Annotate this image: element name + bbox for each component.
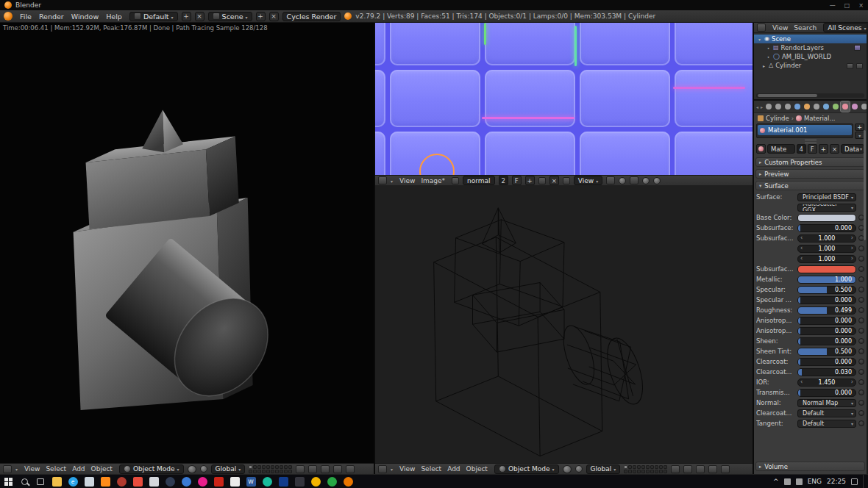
unlink-image-button[interactable]: × <box>549 176 559 185</box>
manipulator-icon[interactable] <box>721 465 730 473</box>
menu-item[interactable]: Object <box>463 465 491 473</box>
scene-selector[interactable]: Scene <box>208 12 252 21</box>
driver-dot-icon[interactable] <box>858 245 864 251</box>
property-widget[interactable] <box>797 214 856 222</box>
close-button[interactable]: × <box>858 2 864 9</box>
uv-color-icon[interactable] <box>642 177 650 184</box>
property-widget[interactable]: 1.450 <box>797 378 856 387</box>
pivot-center-icon[interactable] <box>200 465 207 473</box>
pack-image-icon[interactable] <box>538 177 546 184</box>
mode-selector[interactable]: Object Mode <box>494 464 559 474</box>
driver-dot-icon[interactable] <box>858 256 864 262</box>
property-widget[interactable]: 0.000 <box>797 358 856 366</box>
expand-toggle-icon[interactable]: • <box>766 46 771 51</box>
properties-tab[interactable] <box>793 101 802 112</box>
render-opengl-icon[interactable] <box>333 465 342 473</box>
browse-material-button[interactable] <box>756 144 766 154</box>
volume-icon[interactable] <box>796 478 803 485</box>
wireframe-viewport[interactable] <box>375 185 753 463</box>
taskbar-app-icon[interactable] <box>49 475 65 488</box>
menu-item[interactable]: View <box>21 465 43 473</box>
taskbar-app-icon[interactable] <box>324 475 340 488</box>
data-link-selector[interactable]: Data <box>841 144 864 154</box>
task-view-button[interactable] <box>32 475 49 488</box>
taskbar-app-icon[interactable] <box>146 475 162 488</box>
properties-tab[interactable] <box>831 101 840 112</box>
driver-dot-icon[interactable] <box>858 287 864 293</box>
screen-layout-selector[interactable]: Default <box>129 12 178 21</box>
browse-image-icon[interactable] <box>452 177 459 184</box>
mode-selector[interactable]: Object Mode <box>119 464 184 474</box>
layers-widget[interactable] <box>249 465 292 473</box>
image-users-count[interactable]: 2 <box>499 176 508 185</box>
driver-dot-icon[interactable] <box>858 400 864 406</box>
property-widget[interactable]: 0.000 <box>797 317 856 325</box>
expand-toggle-icon[interactable]: ▸ <box>761 63 766 68</box>
minimize-button[interactable]: — <box>830 2 836 9</box>
render-result-icon[interactable] <box>854 45 861 51</box>
viewport-shading-icon[interactable] <box>563 465 572 473</box>
property-widget[interactable]: 1.000 <box>797 255 856 263</box>
pivot-center-icon[interactable] <box>575 465 583 473</box>
menu-item[interactable]: Object <box>88 465 115 473</box>
editor-type-icon[interactable] <box>757 24 766 32</box>
taskbar-app-icon[interactable] <box>129 475 146 488</box>
driver-dot-icon[interactable] <box>858 307 864 313</box>
snap-element-icon[interactable] <box>696 465 705 473</box>
uv-image-editor[interactable] <box>375 23 753 175</box>
fake-user-button[interactable]: F <box>808 144 817 154</box>
tabs-forward-icon[interactable]: ▸ <box>760 104 764 110</box>
taskbar-app-icon[interactable] <box>259 475 275 488</box>
property-widget[interactable]: 1.000 <box>797 234 856 243</box>
property-widget[interactable]: 1.000 <box>797 276 856 284</box>
expand-toggle-icon[interactable]: • <box>766 54 771 60</box>
driver-dot-icon[interactable] <box>858 338 864 344</box>
display-filter-selector[interactable]: All Scenes <box>823 23 867 32</box>
scrollbar[interactable] <box>864 130 866 240</box>
menu-item[interactable]: View <box>396 465 418 473</box>
driver-dot-icon[interactable] <box>858 420 864 426</box>
menu-item[interactable]: View <box>769 24 791 32</box>
properties-tab[interactable] <box>774 101 783 112</box>
display-mode-selector[interactable]: View <box>574 176 602 185</box>
snap-magnet-icon[interactable] <box>683 465 692 473</box>
blender-menu-icon[interactable] <box>4 12 13 21</box>
driver-dot-icon[interactable] <box>858 276 864 282</box>
panel-surface[interactable]: ▾ Surface <box>755 181 865 190</box>
menu-item[interactable]: Render <box>35 12 68 21</box>
network-icon[interactable] <box>784 478 791 485</box>
menu-item[interactable]: Help <box>102 12 126 21</box>
panel-custom-properties[interactable]: ▸ Custom Properties <box>755 157 865 167</box>
taskbar-app-icon[interactable] <box>275 475 291 488</box>
taskbar-app-icon[interactable] <box>178 475 194 488</box>
driver-dot-icon[interactable] <box>858 410 864 416</box>
property-widget[interactable]: Normal Map <box>797 399 856 407</box>
property-widget[interactable]: 0.000 <box>797 327 856 335</box>
editor-type-icon[interactable] <box>3 465 12 473</box>
pin-icon[interactable] <box>563 177 570 184</box>
restrict-select-icon[interactable] <box>847 63 853 69</box>
taskbar-app-icon[interactable] <box>97 475 113 488</box>
show-desktop-button[interactable] <box>863 475 865 488</box>
tabs-back-icon[interactable]: ◂ <box>755 104 759 110</box>
action-center-icon[interactable] <box>851 478 858 485</box>
driver-dot-icon[interactable] <box>858 390 864 395</box>
menu-item[interactable]: Image* <box>418 177 448 184</box>
property-widget[interactable]: 0.000 <box>797 337 856 345</box>
start-button[interactable] <box>0 475 16 488</box>
outliner-item[interactable]: ▾ ◉ Scene <box>754 35 867 43</box>
search-button[interactable] <box>16 475 32 488</box>
menu-item[interactable]: View <box>396 177 418 184</box>
properties-tab[interactable] <box>803 101 811 112</box>
scrollbar[interactable] <box>756 93 864 98</box>
driver-dot-icon[interactable] <box>858 266 864 272</box>
menu-item[interactable]: Add <box>444 465 463 473</box>
editor-type-icon[interactable] <box>378 465 387 473</box>
properties-tab[interactable] <box>860 101 867 112</box>
browse-scenes-icon[interactable] <box>213 12 220 20</box>
snap-magnet-icon[interactable] <box>308 465 317 473</box>
expand-toggle-icon[interactable]: ▾ <box>757 37 762 42</box>
properties-tab[interactable] <box>783 101 792 112</box>
property-widget[interactable] <box>797 265 856 273</box>
property-widget[interactable]: 0.000 <box>797 296 856 304</box>
